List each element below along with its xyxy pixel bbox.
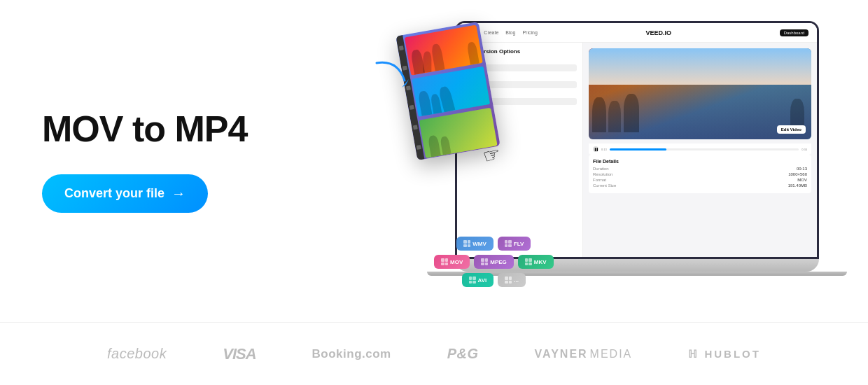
- edit-video-button[interactable]: Edit Video: [777, 125, 806, 134]
- flv-label: FLV: [514, 241, 524, 247]
- format-badges-container: WMV FLV MOV: [434, 237, 554, 287]
- format-row-2: MOV MPEG MKV: [434, 255, 554, 269]
- avi-label: AVI: [478, 277, 487, 284]
- brand-hublot: ℍ HUBLOT: [688, 348, 761, 360]
- format-badge-mkv[interactable]: MKV: [518, 255, 554, 269]
- nav-pricing[interactable]: Pricing: [522, 30, 537, 35]
- brand-vaynermedia: VAYNERMEDIA: [535, 348, 633, 360]
- resolution-value-detail: 1000×560: [788, 172, 807, 176]
- format-badge-mpeg[interactable]: MPEG: [474, 255, 514, 269]
- progress-fill: [610, 148, 666, 150]
- duration-label: Duration: [593, 167, 609, 171]
- file-details-title: File Details: [593, 159, 807, 164]
- mkv-icon: [525, 258, 532, 265]
- format-badge-avi[interactable]: AVI: [462, 273, 494, 287]
- format-label: Format: [593, 178, 606, 182]
- blue-arrow-icon: [370, 52, 412, 94]
- file-detail-row-size: Current Size 191.40MB: [593, 183, 807, 188]
- veed-dashboard-button[interactable]: Dashboard: [780, 29, 808, 36]
- svg-marker-0: [402, 79, 410, 88]
- time-end: 0:34: [802, 148, 807, 151]
- veed-body: Conversion Options Convert to MP4 Resolu…: [457, 43, 817, 257]
- convert-button-label: Convert your file: [64, 186, 164, 201]
- flv-icon: [505, 240, 512, 247]
- duration-value: 00:13: [797, 167, 807, 171]
- mpeg-label: MPEG: [490, 259, 507, 265]
- veed-navbar: Tools Create Blog Pricing VEED.IO Dashbo…: [457, 23, 817, 43]
- format-row-3: AVI ...: [434, 273, 554, 287]
- format-row-1: WMV FLV: [434, 237, 554, 251]
- format-badge-more[interactable]: ...: [498, 273, 526, 287]
- time-start: 0:13: [601, 148, 607, 151]
- format-value: MOV: [797, 178, 807, 182]
- veed-logo: VEED.IO: [645, 29, 671, 36]
- avi-icon: [469, 276, 476, 284]
- mov-icon: [441, 258, 448, 265]
- brand-booking: Booking.com: [312, 347, 391, 361]
- file-detail-row-format: Format MOV: [593, 178, 807, 182]
- nav-create[interactable]: Create: [484, 30, 498, 35]
- laptop-screen: Tools Create Blog Pricing VEED.IO Dashbo…: [455, 21, 819, 259]
- format-badge-wmv[interactable]: WMV: [456, 237, 493, 251]
- wmv-label: WMV: [472, 241, 486, 247]
- size-value: 191.40MB: [788, 183, 807, 188]
- more-icon: [505, 276, 512, 284]
- file-detail-row-resolution: Resolution 1000×560: [593, 172, 807, 176]
- nav-blog[interactable]: Blog: [505, 30, 515, 35]
- brand-facebook: facebook: [107, 346, 167, 362]
- format-badge-mov[interactable]: MOV: [434, 255, 470, 269]
- film-hole: [399, 46, 404, 50]
- mov-label: MOV: [450, 259, 463, 265]
- laptop: Tools Create Blog Pricing VEED.IO Dashbo…: [455, 21, 819, 273]
- person-1: [592, 97, 606, 132]
- brand-pg: P&G: [447, 346, 479, 362]
- video-preview-inner: Edit Video: [589, 48, 811, 139]
- person-3: [624, 94, 639, 132]
- veed-right-panel: Edit Video ▐▐ 0:13 0:34: [583, 43, 817, 257]
- more-label: ...: [514, 277, 519, 284]
- mpeg-icon: [481, 258, 488, 265]
- video-preview: Edit Video: [589, 48, 811, 139]
- video-sky: [589, 48, 811, 85]
- person-2: [608, 101, 621, 132]
- page-title: MOV to MP4: [42, 109, 266, 149]
- left-section: MOV to MP4 Convert your file →: [42, 109, 266, 213]
- format-badge-flv[interactable]: FLV: [498, 237, 531, 251]
- brands-section: facebook VISA Booking.com P&G VAYNERMEDI…: [0, 322, 868, 385]
- right-section: ☞ WMV FLV: [266, 14, 826, 308]
- resolution-label-detail: Resolution: [593, 172, 612, 176]
- main-content: MOV to MP4 Convert your file →: [0, 0, 868, 322]
- film-hole: [413, 125, 418, 130]
- wmv-icon: [463, 240, 470, 247]
- play-button[interactable]: ▐▐: [593, 146, 598, 152]
- size-label: Current Size: [593, 183, 616, 188]
- veed-ui: Tools Create Blog Pricing VEED.IO Dashbo…: [457, 23, 817, 257]
- mkv-label: MKV: [534, 259, 547, 265]
- arrow-icon: →: [172, 186, 186, 202]
- progress-bar[interactable]: [610, 148, 799, 150]
- video-controls: ▐▐ 0:13 0:34: [589, 144, 811, 155]
- convert-button[interactable]: Convert your file →: [42, 174, 208, 213]
- file-details: File Details Duration 00:13 Resolution 1…: [589, 155, 811, 193]
- film-hole: [410, 105, 414, 110]
- film-hole: [416, 145, 421, 150]
- brand-visa: VISA: [223, 345, 255, 363]
- file-detail-row-duration: Duration 00:13: [593, 167, 807, 171]
